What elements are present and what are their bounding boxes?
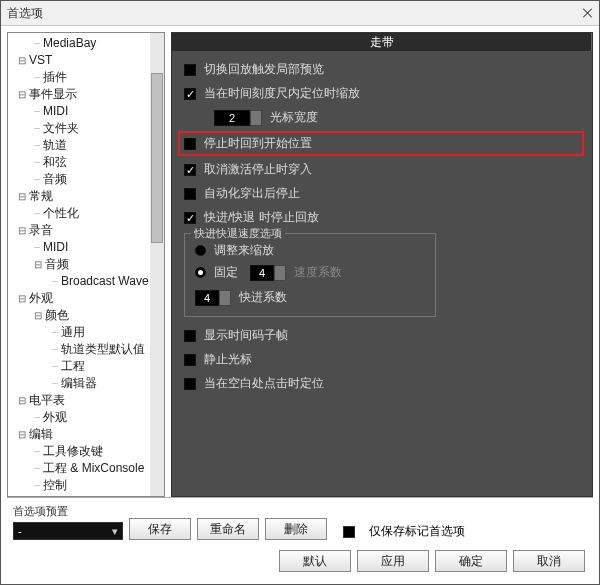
tree-item[interactable]: 工程 & MixConsole bbox=[12, 460, 164, 477]
close-icon[interactable] bbox=[583, 8, 593, 18]
opt-stop-playback-ffwd[interactable]: 快进/快退 时停止回放 bbox=[184, 209, 582, 226]
tree-scrollbar[interactable] bbox=[150, 33, 164, 496]
checkbox-icon[interactable] bbox=[184, 164, 196, 176]
opt-label: 显示时间码子帧 bbox=[204, 327, 288, 344]
preset-delete-button[interactable]: 删除 bbox=[265, 518, 327, 540]
panel-tab-transport[interactable]: 走带 bbox=[172, 33, 592, 51]
opt-locate-empty[interactable]: 当在空白处点击时定位 bbox=[184, 375, 582, 392]
radio-scale[interactable]: 调整来缩放 bbox=[195, 242, 425, 259]
checkbox-icon[interactable] bbox=[184, 212, 196, 224]
tree-scroll-thumb[interactable] bbox=[151, 73, 163, 243]
opt-label: 自动化穿出后停止 bbox=[204, 185, 300, 202]
settings-panel: 走带 切换回放触发局部预览 当在时间刻度尺内定位时缩放 2 bbox=[171, 32, 593, 497]
preset-strip: 首选项预置 - 保存 重命名 删除 仅保存标记首选项 bbox=[7, 497, 593, 544]
preset-rename-button[interactable]: 重命名 bbox=[197, 518, 259, 540]
radio-label: 调整来缩放 bbox=[214, 242, 274, 259]
tree-item[interactable]: 工具修改键 bbox=[12, 443, 164, 460]
tree-item[interactable]: 编辑 bbox=[12, 426, 164, 443]
tree-item[interactable]: 文件夹 bbox=[12, 120, 164, 137]
stepper-handle-icon[interactable] bbox=[219, 290, 231, 306]
tree-item[interactable]: 轨道 bbox=[12, 137, 164, 154]
opt-stationary-cursor[interactable]: 静止光标 bbox=[184, 351, 582, 368]
tree-item[interactable]: MIDI bbox=[12, 239, 164, 256]
opt-toggle-playback-preview[interactable]: 切换回放触发局部预览 bbox=[184, 61, 582, 78]
checkbox-icon[interactable] bbox=[184, 88, 196, 100]
opt-stop-after-auto-punch[interactable]: 自动化穿出后停止 bbox=[184, 185, 582, 202]
number-value[interactable]: 2 bbox=[214, 110, 250, 126]
opt-label: 快进/快退 时停止回放 bbox=[204, 209, 319, 226]
number-value[interactable]: 4 bbox=[250, 265, 274, 281]
window-title: 首选项 bbox=[7, 5, 583, 22]
tree-item[interactable]: Broadcast Wave bbox=[12, 273, 164, 290]
checkbox-icon[interactable] bbox=[343, 526, 355, 538]
preset-select[interactable]: - bbox=[13, 522, 123, 540]
panel-tabstrip: 走带 bbox=[172, 33, 592, 51]
preferences-window: 首选项 MediaBayVST插件事件显示MIDI文件夹轨道和弦音频常规个性化录… bbox=[0, 0, 600, 585]
radio-label: 固定 bbox=[214, 264, 238, 281]
tree-item[interactable]: 插件 bbox=[12, 69, 164, 86]
checkbox-icon[interactable] bbox=[184, 354, 196, 366]
tree-item[interactable]: 外观 bbox=[12, 290, 164, 307]
tree-item[interactable]: MIDI bbox=[12, 494, 164, 496]
radio-icon[interactable] bbox=[195, 245, 206, 256]
stepper-handle-icon[interactable] bbox=[250, 110, 262, 126]
cancel-button[interactable]: 取消 bbox=[513, 550, 585, 572]
body-area: MediaBayVST插件事件显示MIDI文件夹轨道和弦音频常规个性化录音MID… bbox=[1, 26, 599, 584]
opt-label: 取消激活停止时穿入 bbox=[204, 161, 312, 178]
preset-save-button[interactable]: 保存 bbox=[129, 518, 191, 540]
checkbox-icon[interactable] bbox=[184, 64, 196, 76]
tree-item[interactable]: 外观 bbox=[12, 409, 164, 426]
opt-zoom-on-locate[interactable]: 当在时间刻度尺内定位时缩放 bbox=[184, 85, 582, 102]
opt-show-subframes[interactable]: 显示时间码子帧 bbox=[184, 327, 582, 344]
tree-item[interactable]: 和弦 bbox=[12, 154, 164, 171]
radio-icon[interactable] bbox=[195, 267, 206, 278]
ffwd-speed-group: 快进快退速度选项 调整来缩放 固定 4 速度系数 bbox=[184, 233, 436, 317]
opt-label: 当在时间刻度尺内定位时缩放 bbox=[204, 85, 360, 102]
apply-button[interactable]: 应用 bbox=[357, 550, 429, 572]
tree-item[interactable]: 工程 bbox=[12, 358, 164, 375]
tree-item[interactable]: 录音 bbox=[12, 222, 164, 239]
cursor-width-stepper[interactable]: 2 bbox=[214, 110, 262, 126]
tree-item[interactable]: 编辑器 bbox=[12, 375, 164, 392]
tree-item[interactable]: VST bbox=[12, 52, 164, 69]
tree-item[interactable]: 事件显示 bbox=[12, 86, 164, 103]
stepper-handle-icon[interactable] bbox=[274, 265, 286, 281]
field-label: 速度系数 bbox=[294, 264, 342, 281]
checkbox-icon[interactable] bbox=[184, 138, 196, 150]
preset-selected: - bbox=[18, 525, 22, 537]
opt-label: 仅保存标记首选项 bbox=[369, 523, 465, 540]
field-label: 光标宽度 bbox=[270, 109, 318, 126]
ok-button[interactable]: 确定 bbox=[435, 550, 507, 572]
opt-label: 停止时回到开始位置 bbox=[204, 135, 312, 152]
tree-item[interactable]: 通用 bbox=[12, 324, 164, 341]
tree-item[interactable]: MIDI bbox=[12, 103, 164, 120]
tree-item[interactable]: 音频 bbox=[12, 171, 164, 188]
ff-factor-stepper[interactable]: 4 bbox=[195, 290, 231, 306]
checkbox-icon[interactable] bbox=[184, 188, 196, 200]
opt-cursor-width: 2 光标宽度 bbox=[184, 109, 582, 126]
opt-label: 当在空白处点击时定位 bbox=[204, 375, 324, 392]
category-tree[interactable]: MediaBayVST插件事件显示MIDI文件夹轨道和弦音频常规个性化录音MID… bbox=[7, 32, 165, 497]
tree-item[interactable]: 颜色 bbox=[12, 307, 164, 324]
number-value[interactable]: 4 bbox=[195, 290, 219, 306]
opt-label: 切换回放触发局部预览 bbox=[204, 61, 324, 78]
checkbox-icon[interactable] bbox=[184, 330, 196, 342]
tree-item[interactable]: 常规 bbox=[12, 188, 164, 205]
defaults-button[interactable]: 默认 bbox=[279, 550, 351, 572]
radio-fixed[interactable]: 固定 4 速度系数 bbox=[195, 264, 425, 281]
opt-return-to-start[interactable]: 停止时回到开始位置 bbox=[180, 133, 582, 154]
checkbox-icon[interactable] bbox=[184, 378, 196, 390]
tree-item[interactable]: 轨道类型默认值 bbox=[12, 341, 164, 358]
tree-item[interactable]: 控制 bbox=[12, 477, 164, 494]
tree-item[interactable]: 电平表 bbox=[12, 392, 164, 409]
tree-inner: MediaBayVST插件事件显示MIDI文件夹轨道和弦音频常规个性化录音MID… bbox=[8, 33, 164, 496]
opt-deactivate-punch[interactable]: 取消激活停止时穿入 bbox=[184, 161, 582, 178]
speed-factor-stepper[interactable]: 4 bbox=[250, 265, 286, 281]
tree-item[interactable]: 音频 bbox=[12, 256, 164, 273]
titlebar: 首选项 bbox=[1, 1, 599, 26]
preset-only-marked[interactable]: 仅保存标记首选项 bbox=[343, 523, 465, 540]
panel-body: 切换回放触发局部预览 当在时间刻度尺内定位时缩放 2 光标宽度 bbox=[172, 51, 592, 496]
tree-item[interactable]: 个性化 bbox=[12, 205, 164, 222]
tree-item[interactable]: MediaBay bbox=[12, 35, 164, 52]
field-label: 快进系数 bbox=[239, 289, 287, 306]
